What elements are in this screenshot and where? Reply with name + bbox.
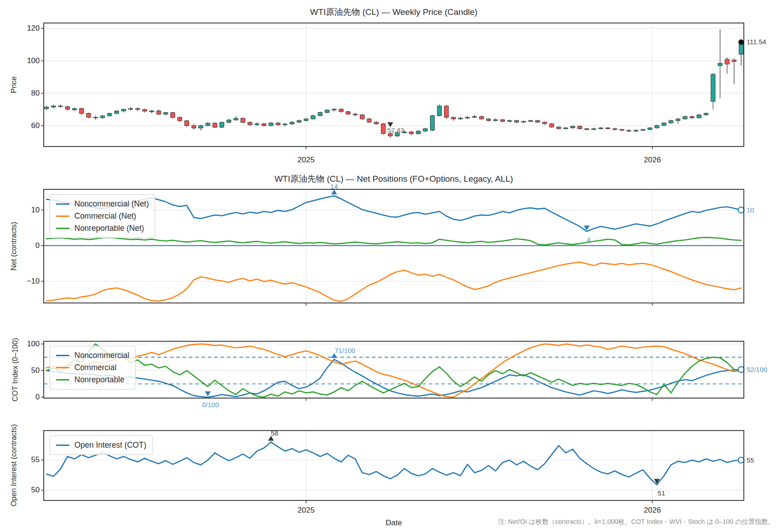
legend-item-commercial-net: Commercial (Net) — [56, 210, 149, 222]
price-xtick-2026: 2026 — [632, 156, 673, 165]
net-legend: Noncommercial (Net)Commercial (Net)Nonre… — [50, 194, 155, 238]
svg-text:51: 51 — [658, 489, 665, 497]
cot-index-plot: 0/10071/10052/100 — [41, 341, 767, 408]
cot-ytick-0: 0 — [9, 392, 40, 402]
svg-text:0/100: 0/100 — [202, 401, 219, 408]
legend-swatch-icon — [56, 379, 69, 381]
price-ytick-120: 120 — [9, 23, 40, 33]
open-interest-legend: Open Interest (COT) — [50, 436, 153, 455]
legend-item-label: Nonreportable — [74, 375, 124, 385]
legend-item-label: Noncommercial (Net) — [74, 199, 149, 209]
price-ytick-80: 80 — [9, 88, 40, 98]
price-chart-title: WTI原油先物 (CL) — Weekly Price (Candle) — [44, 6, 744, 18]
annotation-58: 58 — [268, 429, 279, 440]
legend-swatch-icon — [56, 367, 69, 369]
annotation-4: 4 — [584, 225, 591, 243]
legend-swatch-icon — [56, 355, 69, 357]
svg-text:55: 55 — [747, 456, 754, 464]
oi-xtick-2025: 2025 — [286, 506, 326, 515]
svg-text:52.43: 52.43 — [387, 126, 404, 134]
svg-text:10: 10 — [747, 206, 754, 214]
cot-ytick-50: 50 — [9, 366, 40, 376]
oi-ytick-50: 50 — [9, 485, 40, 495]
price-candles — [44, 29, 743, 138]
legend-item-label: Commercial (Net) — [74, 211, 136, 221]
legend-swatch-icon — [56, 216, 69, 217]
annotation-10: 10 — [738, 206, 754, 214]
annotation-52-100: 52/100 — [738, 366, 767, 373]
legend-item-noncommercial: Noncommercial — [56, 349, 129, 362]
net-ytick-m10: −10 — [9, 276, 40, 286]
legend-swatch-icon — [56, 228, 69, 229]
footnote: 注: Net/OI は枚数（contracts）。k=1,000枚。COT In… — [498, 518, 774, 526]
series-commercial-net — [46, 262, 741, 302]
oi-xtick-2026: 2026 — [632, 506, 673, 515]
annotation-71-100: 71/100 — [331, 347, 355, 358]
oi-ytick-55: 55 — [9, 455, 40, 465]
legend-item-commercial: Commercial — [56, 362, 129, 374]
annotation-52-43: 52.43 — [387, 122, 404, 134]
price-ytick-100: 100 — [9, 56, 40, 66]
legend-item-label: Commercial — [74, 363, 116, 372]
series-noncommercial — [46, 359, 741, 397]
legend-item-label: Noncommercial — [74, 351, 129, 360]
annotation-55: 55 — [738, 456, 754, 464]
price-ytick-60: 60 — [9, 121, 40, 131]
net-positions-chart-title: WTI原油先物 (CL) — Net Positions (FO+Options… — [44, 173, 744, 185]
series-nonreportable-net — [46, 238, 741, 245]
legend-swatch-icon — [56, 203, 69, 205]
svg-text:4: 4 — [587, 236, 590, 243]
cot-ytick-100: 100 — [9, 339, 40, 349]
svg-text:52/100: 52/100 — [747, 366, 767, 373]
svg-text:111.54: 111.54 — [747, 38, 766, 46]
annotation-0-100: 0/100 — [202, 391, 219, 408]
net-ytick-10: 10 — [9, 205, 40, 215]
legend-item-open-interest-cot: Open Interest (COT) — [56, 439, 147, 451]
cot-index-legend: NoncommercialCommercialNonreportable — [50, 346, 136, 390]
net-ytick-0: 0 — [9, 241, 40, 251]
legend-item-label: Open Interest (COT) — [74, 440, 147, 450]
legend-item-nonreportable-net: Nonreportable (Net) — [56, 222, 149, 234]
price-xtick-2025: 2025 — [286, 156, 326, 165]
svg-text:71/100: 71/100 — [335, 347, 355, 354]
legend-item-label: Nonreportable (Net) — [74, 224, 144, 233]
legend-item-noncommercial-net: Noncommercial (Net) — [56, 198, 149, 210]
cot-report-page: 52.43111.54144100/10071/10052/100585155 … — [0, 0, 779, 532]
legend-item-nonreportable: Nonreportable — [56, 374, 129, 386]
legend-swatch-icon — [56, 445, 69, 446]
price-plot: 52.43111.54 — [41, 23, 766, 149]
